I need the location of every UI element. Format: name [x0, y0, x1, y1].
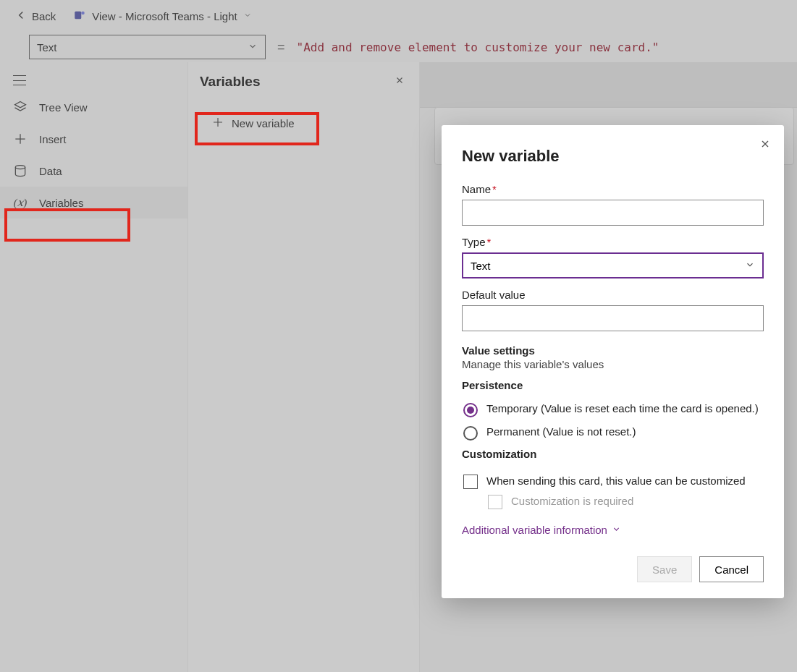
- persistence-temporary-label: Temporary (Value is reset each time the …: [486, 401, 759, 416]
- highlight-box-variables: [4, 208, 130, 242]
- customization-required-row: Customization is required: [486, 493, 764, 509]
- default-value-input[interactable]: [462, 305, 764, 331]
- name-input[interactable]: [462, 200, 764, 226]
- customization-required-label: Customization is required: [511, 493, 633, 509]
- type-select-value: Text: [471, 260, 491, 272]
- new-variable-dialog: New variable Name* Type* Text Default va…: [442, 125, 784, 598]
- name-label: Name*: [462, 183, 764, 195]
- checkbox-disabled-icon: [488, 495, 502, 509]
- value-settings-heading: Value settings: [462, 344, 764, 357]
- persistence-permanent-label: Permanent (Value is not reset.): [486, 425, 636, 439]
- customization-checkbox-row[interactable]: When sending this card, this value can b…: [462, 473, 764, 489]
- radio-selected-icon: [463, 403, 478, 417]
- customization-checkbox-label: When sending this card, this value can b…: [486, 473, 746, 488]
- chevron-down-icon: [612, 524, 621, 536]
- additional-info-label: Additional variable information: [462, 524, 607, 536]
- customization-heading: Customization: [462, 448, 764, 460]
- save-button[interactable]: Save: [637, 556, 692, 582]
- additional-info-toggle[interactable]: Additional variable information: [462, 524, 764, 536]
- cancel-button[interactable]: Cancel: [699, 556, 764, 582]
- type-select[interactable]: Text: [462, 252, 764, 278]
- default-value-label: Default value: [462, 289, 764, 301]
- type-label: Type*: [462, 236, 764, 248]
- persistence-temporary-option[interactable]: Temporary (Value is reset each time the …: [462, 401, 764, 417]
- persistence-permanent-option[interactable]: Permanent (Value is not reset.): [462, 425, 764, 441]
- dialog-close-button[interactable]: [759, 138, 771, 153]
- radio-icon: [463, 426, 478, 441]
- dialog-title: New variable: [462, 147, 764, 166]
- persistence-heading: Persistence: [462, 379, 764, 391]
- dialog-buttons: Save Cancel: [462, 556, 764, 582]
- checkbox-icon: [463, 475, 478, 489]
- highlight-box-new-variable: [195, 112, 319, 145]
- chevron-down-icon: [745, 260, 755, 272]
- value-settings-subheading: Manage this variable's values: [462, 358, 764, 370]
